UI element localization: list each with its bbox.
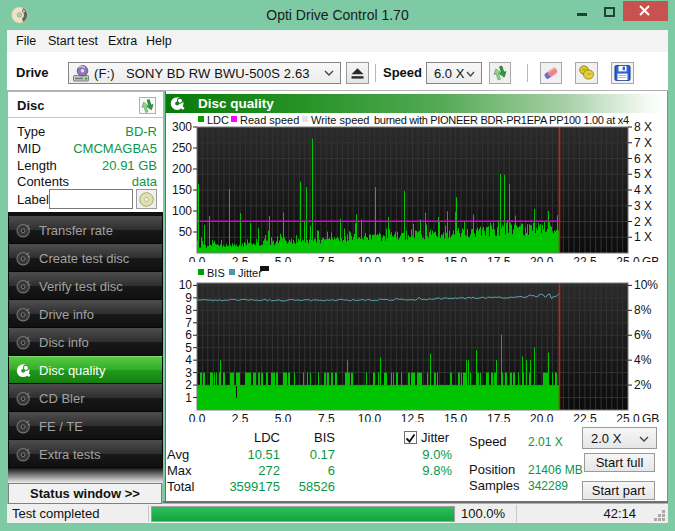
svg-text:15.0: 15.0 (444, 255, 468, 262)
svg-text:2.5: 2.5 (232, 412, 249, 422)
svg-text:20.0: 20.0 (530, 412, 554, 422)
svg-text:7: 7 (185, 316, 192, 330)
svg-text:7 X: 7 X (634, 136, 652, 150)
svg-text:2 X: 2 X (634, 215, 652, 229)
svg-text:25.0: 25.0 (616, 412, 640, 422)
svg-text:150: 150 (172, 183, 192, 197)
svg-text:2: 2 (185, 378, 192, 392)
svg-text:10%: 10% (634, 278, 658, 292)
svg-text:12.5: 12.5 (401, 412, 425, 422)
svg-text:10: 10 (179, 278, 193, 292)
svg-text:9: 9 (185, 291, 192, 305)
svg-text:25.0: 25.0 (616, 255, 640, 262)
svg-text:1: 1 (185, 391, 192, 405)
svg-text:6: 6 (185, 328, 192, 342)
svg-text:17.5: 17.5 (487, 412, 511, 422)
svg-text:17.5: 17.5 (487, 255, 511, 262)
svg-text:8%: 8% (634, 303, 652, 317)
svg-text:1 X: 1 X (634, 230, 652, 244)
svg-text:5.0: 5.0 (275, 255, 292, 262)
svg-text:2.5: 2.5 (232, 255, 249, 262)
svg-text:250: 250 (172, 141, 192, 155)
svg-text:3 X: 3 X (634, 199, 652, 213)
svg-text:0.0: 0.0 (189, 255, 206, 262)
svg-text:6%: 6% (634, 328, 652, 342)
svg-text:12.5: 12.5 (401, 255, 425, 262)
svg-text:22.5: 22.5 (573, 255, 597, 262)
svg-text:0.0: 0.0 (189, 412, 206, 422)
svg-text:GB: GB (642, 412, 659, 422)
svg-text:200: 200 (172, 162, 192, 176)
svg-text:4%: 4% (634, 353, 652, 367)
svg-text:5.0: 5.0 (275, 412, 292, 422)
svg-text:8 X: 8 X (634, 120, 652, 134)
svg-text:GB: GB (642, 255, 659, 262)
svg-text:5: 5 (185, 341, 192, 355)
svg-text:3: 3 (185, 366, 192, 380)
svg-text:300: 300 (172, 120, 192, 134)
svg-text:10.0: 10.0 (358, 255, 382, 262)
svg-text:6 X: 6 X (634, 152, 652, 166)
svg-text:20.0: 20.0 (530, 255, 554, 262)
svg-text:7.5: 7.5 (318, 255, 335, 262)
svg-text:7.5: 7.5 (318, 412, 335, 422)
svg-text:50: 50 (179, 225, 193, 239)
svg-text:15.0: 15.0 (444, 412, 468, 422)
svg-text:4 X: 4 X (634, 183, 652, 197)
svg-text:2%: 2% (634, 378, 652, 392)
svg-text:10.0: 10.0 (358, 412, 382, 422)
svg-text:4: 4 (185, 353, 192, 367)
svg-text:8: 8 (185, 303, 192, 317)
svg-text:100: 100 (172, 204, 192, 218)
svg-text:22.5: 22.5 (573, 412, 597, 422)
svg-text:5 X: 5 X (634, 167, 652, 181)
